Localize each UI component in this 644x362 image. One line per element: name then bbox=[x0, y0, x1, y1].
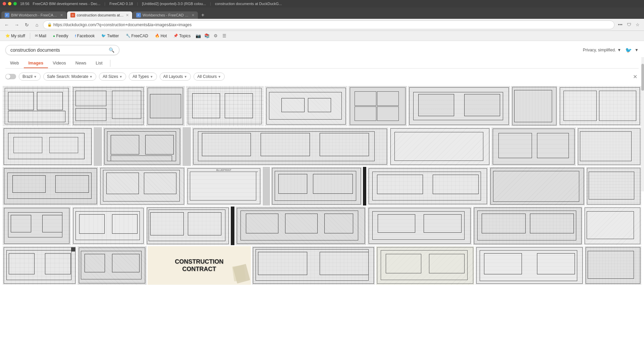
tab-videos[interactable]: Videos bbox=[48, 58, 71, 68]
image-block[interactable] bbox=[186, 86, 264, 126]
image-block[interactable] bbox=[363, 167, 367, 206]
search-box[interactable]: 🔍 bbox=[5, 45, 119, 55]
url-bar[interactable]: 🔒 https://duckduckgo.com/?q=construction… bbox=[43, 20, 614, 29]
tab-news[interactable]: News bbox=[71, 58, 91, 68]
bookmark-hot[interactable]: 🔥 Hot bbox=[152, 33, 170, 39]
tab-close-bim[interactable]: ✕ bbox=[60, 13, 63, 17]
image-block[interactable] bbox=[94, 127, 102, 166]
image-block[interactable] bbox=[3, 246, 76, 285]
search-input[interactable] bbox=[10, 47, 109, 53]
image-block[interactable] bbox=[3, 127, 93, 166]
image-block[interactable] bbox=[3, 167, 98, 206]
image-block[interactable] bbox=[146, 207, 230, 245]
image-block[interactable] bbox=[3, 86, 71, 126]
image-block[interactable] bbox=[489, 167, 585, 206]
shield-icon[interactable]: 🛡 bbox=[625, 21, 633, 29]
scrollbar[interactable] bbox=[641, 57, 644, 191]
tab-ddg[interactable]: D construction documents at D... ✕ bbox=[67, 11, 132, 19]
safe-search-toggle[interactable] bbox=[5, 74, 16, 79]
image-block[interactable] bbox=[511, 86, 557, 126]
tab-web[interactable]: Web bbox=[5, 58, 24, 68]
maximize-window-btn[interactable] bbox=[13, 2, 17, 5]
image-block[interactable] bbox=[263, 167, 270, 206]
image-block[interactable] bbox=[235, 207, 366, 245]
back-button[interactable]: ← bbox=[3, 21, 11, 29]
image-block[interactable] bbox=[577, 127, 641, 166]
tab-images[interactable]: Images bbox=[24, 58, 48, 68]
hot-label: Hot bbox=[161, 34, 167, 38]
refresh-button[interactable]: ↻ bbox=[23, 21, 31, 29]
filter-layout-button[interactable]: All Layouts ▼ bbox=[160, 73, 191, 81]
tab-label-ddg: construction documents at D... bbox=[77, 13, 124, 17]
image-block[interactable] bbox=[271, 167, 362, 206]
bookmark-menu-icon[interactable]: ☰ bbox=[221, 32, 228, 40]
twitter-bird-icon[interactable]: 🐦 bbox=[625, 47, 632, 53]
image-block[interactable]: BLUEPRINT bbox=[186, 167, 262, 206]
tab-close-ddg[interactable]: ✕ bbox=[126, 13, 129, 17]
new-tab-button[interactable]: + bbox=[199, 11, 207, 19]
image-block[interactable]: CONSTRUCTION CONTRACT bbox=[148, 246, 251, 285]
image-block[interactable] bbox=[265, 86, 347, 126]
search-submit-button[interactable]: 🔍 bbox=[109, 47, 114, 53]
filter-region-button[interactable]: Brazil ▼ bbox=[19, 73, 41, 81]
image-block[interactable] bbox=[348, 86, 407, 126]
tab-bim[interactable]: F BIM Workbench - FreeCAD Do... ✕ bbox=[1, 11, 66, 19]
filter-row: Brazil ▼ Safe Search: Moderate ▼ All Siz… bbox=[5, 73, 639, 82]
image-block[interactable] bbox=[408, 86, 510, 126]
bookmark-library-icon[interactable]: 📚 bbox=[203, 32, 211, 40]
image-block[interactable] bbox=[231, 207, 234, 245]
filter-close-button[interactable]: ✕ bbox=[632, 74, 639, 80]
filter-safesearch-label: Safe Search: Moderate bbox=[47, 74, 88, 79]
bookmark-facebook[interactable]: f Facebook bbox=[72, 33, 98, 39]
tab-workbenches[interactable]: F Workbenches - FreeCAD Do... ✕ bbox=[133, 11, 198, 19]
image-block[interactable] bbox=[77, 246, 146, 285]
bookmark-camera-icon[interactable]: 📷 bbox=[195, 32, 202, 40]
filter-colour-button[interactable]: All Colours ▼ bbox=[194, 73, 225, 81]
bookmark-feedly[interactable]: ● Feedly bbox=[50, 33, 71, 39]
bookmark-twitter[interactable]: 🐦 Twitter bbox=[99, 33, 121, 39]
window-controls[interactable] bbox=[3, 2, 17, 5]
more-options-icon[interactable]: ••• bbox=[616, 21, 624, 29]
image-block[interactable] bbox=[252, 246, 375, 285]
filter-type-button[interactable]: All Types ▼ bbox=[129, 73, 157, 81]
image-block[interactable] bbox=[99, 167, 185, 206]
image-block[interactable] bbox=[146, 86, 185, 126]
privacy-dropdown-icon[interactable]: ▼ bbox=[617, 48, 621, 52]
image-block[interactable] bbox=[389, 127, 490, 166]
image-block[interactable] bbox=[491, 127, 576, 166]
bookmark-freecad[interactable]: 🔧 FreeCAD bbox=[123, 33, 151, 39]
bookmark-settings-icon[interactable]: ⚙ bbox=[212, 32, 219, 40]
bookmark-mail[interactable]: ✉ Mail bbox=[32, 33, 49, 39]
image-block[interactable] bbox=[182, 127, 191, 166]
forward-button[interactable]: → bbox=[13, 21, 21, 29]
image-block[interactable] bbox=[3, 207, 71, 245]
minimize-window-btn[interactable] bbox=[8, 2, 11, 5]
bookmark-mystuff[interactable]: ⭐ My stuff bbox=[3, 33, 28, 39]
image-block[interactable] bbox=[584, 207, 641, 245]
image-block[interactable] bbox=[192, 127, 388, 166]
url-text: https://duckduckgo.com/?q=construction+d… bbox=[53, 22, 610, 27]
filter-size-button[interactable]: All Sizes ▼ bbox=[99, 73, 126, 81]
image-block[interactable] bbox=[72, 207, 145, 245]
tab-close-workbenches[interactable]: ✕ bbox=[192, 13, 195, 17]
tab-list[interactable]: List bbox=[91, 58, 107, 68]
image-block[interactable] bbox=[558, 86, 641, 126]
image-block[interactable] bbox=[585, 246, 641, 285]
filter-safesearch-button[interactable]: Safe Search: Moderate ▼ bbox=[43, 73, 96, 81]
privacy-more-icon[interactable]: ▼ bbox=[635, 48, 639, 52]
scrollbar-thumb[interactable] bbox=[641, 64, 644, 91]
image-block[interactable] bbox=[367, 167, 488, 206]
close-window-btn[interactable] bbox=[3, 2, 6, 5]
image-block[interactable] bbox=[367, 207, 472, 245]
star-icon[interactable]: ☆ bbox=[634, 21, 641, 29]
image-block[interactable] bbox=[103, 127, 181, 166]
home-button[interactable]: ⌂ bbox=[33, 21, 41, 29]
image-block[interactable] bbox=[586, 167, 641, 206]
image-block[interactable] bbox=[72, 86, 145, 126]
address-bar: ← → ↻ ⌂ 🔒 https://duckduckgo.com/?q=cons… bbox=[0, 19, 644, 31]
image-block[interactable] bbox=[376, 246, 475, 285]
image-block[interactable] bbox=[473, 207, 583, 245]
image-block[interactable] bbox=[475, 246, 584, 285]
bookmark-topics[interactable]: 📌 Topics bbox=[171, 33, 193, 39]
nav-tabs: Web Images Videos News List bbox=[5, 58, 639, 69]
